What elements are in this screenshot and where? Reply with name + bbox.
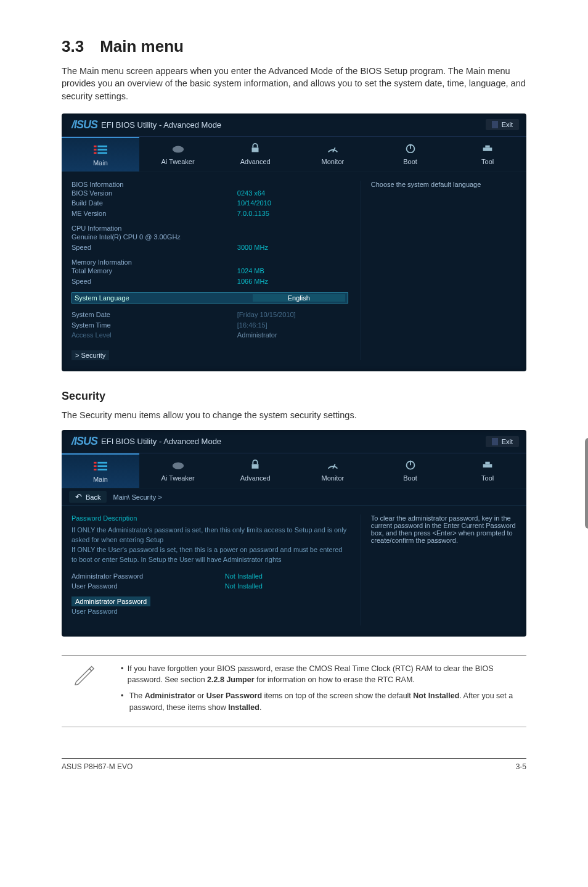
asus-logo: /ISUS	[71, 118, 97, 131]
val-build-date: 10/14/2010	[237, 198, 348, 208]
row-me-version: ME Version7.0.0.1135	[71, 208, 348, 219]
svg-rect-24	[483, 464, 492, 468]
tab-main-2[interactable]: Main	[62, 453, 139, 488]
tab-advanced-2-label: Advanced	[240, 474, 271, 482]
svg-point-19	[172, 463, 183, 469]
chapter-tab: Chapter 3	[585, 438, 588, 529]
row-access-level: Access LevelAdministrator	[71, 330, 348, 340]
tab-advanced-label: Advanced	[240, 158, 271, 165]
tab-ai-tweaker-label: Ai Tweaker	[161, 158, 194, 165]
lock-icon	[248, 143, 262, 154]
row-mem-speed: Speed1066 MHz	[71, 276, 348, 287]
note-bullet-2: •The Administrator or User Password item…	[121, 690, 523, 712]
tab-monitor-2[interactable]: Monitor	[294, 453, 372, 488]
val-cpu-speed: 3000 MHz	[237, 242, 348, 253]
note-box: •If you have forgotten your BIOS passwor…	[62, 655, 526, 727]
bios-main-window: /ISUS EFI BIOS Utility - Advanced Mode E…	[62, 113, 526, 371]
section-title: 3.3 Main menu	[62, 37, 526, 56]
help-text: Choose the system default language	[371, 181, 517, 188]
row-cpu-speed: Speed3000 MHz	[71, 242, 348, 253]
security-intro: The Security menu items allow you to cha…	[62, 409, 526, 421]
label-total-memory: Total Memory	[71, 266, 237, 276]
tab-tool-label: Tool	[481, 158, 494, 165]
tab-monitor[interactable]: Monitor	[294, 137, 372, 171]
bold-installed: Installed	[228, 703, 259, 712]
tab-main-label: Main	[93, 159, 108, 167]
tab-ai-tweaker[interactable]: Ai Tweaker	[139, 137, 217, 171]
tab-advanced-2[interactable]: Advanced	[216, 453, 294, 488]
security-submenu[interactable]: > Security	[71, 350, 109, 360]
back-label: Back	[86, 493, 100, 501]
label-system-time: System Time	[71, 320, 237, 331]
label-access-level: Access Level	[71, 330, 237, 340]
svg-rect-14	[97, 462, 107, 464]
user-password-item[interactable]: User Password	[71, 608, 118, 615]
tab-tool-2[interactable]: Tool	[449, 453, 526, 488]
row-total-memory: Total Memory1024 MB	[71, 266, 348, 276]
svg-point-6	[172, 146, 183, 152]
row-system-date[interactable]: System Date[Friday 10/15/2010]	[71, 310, 348, 320]
tab-advanced[interactable]: Advanced	[216, 137, 294, 171]
back-button[interactable]: ↶Back	[69, 491, 107, 503]
label-system-language: System Language	[75, 294, 253, 302]
asus-logo-2: /ISUS	[71, 435, 97, 448]
tab-tool[interactable]: Tool	[449, 137, 526, 171]
label-user-pw: User Password	[71, 581, 225, 592]
tab-main-2-label: Main	[93, 476, 108, 483]
row-system-language[interactable]: System LanguageEnglish	[71, 292, 348, 303]
val-bios-version: 0243 x64	[237, 188, 348, 199]
bios-info-heading: BIOS Information	[71, 181, 348, 188]
exit-button[interactable]: Exit	[486, 119, 519, 130]
label-mem-speed: Speed	[71, 276, 237, 287]
exit-button-2[interactable]: Exit	[486, 436, 519, 447]
label-system-date: System Date	[71, 310, 237, 320]
tab-main[interactable]: Main	[62, 137, 139, 171]
exit-icon	[492, 121, 498, 128]
bold-user: User Password	[206, 691, 262, 700]
power-icon	[404, 143, 417, 154]
password-description-text: If ONLY the Administrator's password is …	[71, 526, 348, 565]
svg-rect-5	[97, 152, 107, 154]
label-build-date: Build Date	[71, 198, 237, 208]
svg-rect-4	[94, 152, 97, 154]
tool-icon-2	[481, 460, 494, 471]
bold-admin: Administrator	[145, 691, 195, 700]
nav-tabs-2: Main Ai Tweaker Advanced Monitor Boot To…	[62, 453, 526, 489]
svg-rect-3	[97, 149, 107, 151]
exit-icon-2	[492, 438, 498, 445]
svg-rect-2	[94, 149, 97, 151]
svg-rect-13	[94, 462, 97, 464]
admin-password-item[interactable]: Administrator Password	[71, 596, 150, 606]
gauge-icon-2	[326, 460, 340, 471]
page-footer: ASUS P8H67-M EVO 3-5	[62, 758, 526, 771]
tab-boot[interactable]: Boot	[372, 137, 449, 171]
val-user-pw: Not Installed	[225, 581, 348, 592]
svg-rect-0	[94, 146, 97, 147]
tab-boot-label: Boot	[403, 158, 417, 165]
svg-rect-15	[94, 466, 97, 468]
breadcrumb: Main\ Security >	[113, 493, 161, 501]
bios-title-2: EFI BIOS Utility - Advanced Mode	[101, 437, 221, 446]
power-icon-2	[404, 460, 417, 471]
svg-rect-18	[97, 469, 107, 471]
svg-rect-7	[252, 147, 259, 152]
val-system-language: English	[253, 294, 345, 302]
list-icon-2	[94, 461, 107, 472]
row-system-time[interactable]: System Time[16:46:15]	[71, 320, 348, 331]
row-cpu-name: Genuine Intel(R) CPU 0 @ 3.00GHz	[71, 232, 348, 242]
bios-security-window: /ISUS EFI BIOS Utility - Advanced Mode E…	[62, 430, 526, 637]
svg-rect-16	[97, 466, 107, 468]
label-admin-pw: Administrator Password	[71, 571, 225, 582]
tab-monitor-2-label: Monitor	[322, 474, 345, 482]
cloud-icon	[171, 143, 185, 154]
val-system-time: [16:46:15]	[237, 320, 348, 331]
security-heading: Security	[62, 390, 526, 403]
tab-boot-2[interactable]: Boot	[372, 453, 449, 488]
bold-jumper: 2.2.8 Jumper	[207, 675, 254, 684]
exit-label-2: Exit	[502, 438, 513, 445]
password-description-label: Password Description	[71, 514, 348, 522]
tab-ai-tweaker-2[interactable]: Ai Tweaker	[139, 453, 217, 488]
val-admin-pw: Not Installed	[225, 571, 348, 582]
label-me-version: ME Version	[71, 208, 237, 219]
help-panel: Choose the system default language	[361, 181, 517, 360]
